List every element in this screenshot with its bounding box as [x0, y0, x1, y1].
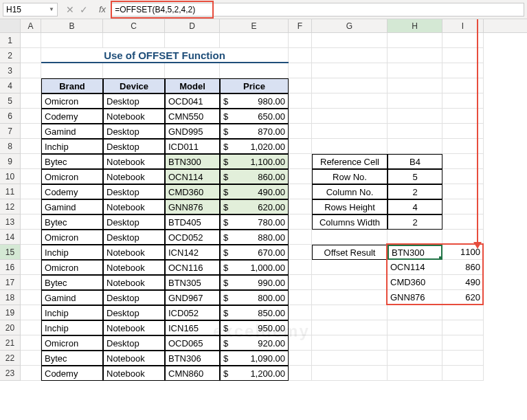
table-cell-price[interactable]: $650.00	[220, 109, 289, 124]
offset-result-model[interactable]: GNN876	[388, 290, 442, 305]
fx-icon[interactable]: fx	[96, 4, 109, 14]
cancel-icon[interactable]: ✕	[66, 4, 74, 15]
cells-area[interactable]: Use of OFFSET FunctionBrandDeviceModelPr…	[21, 33, 484, 381]
table-cell-price[interactable]: $990.00	[220, 275, 289, 290]
table-cell-device[interactable]: Desktop	[103, 124, 165, 139]
row-header-7[interactable]: 7	[0, 124, 20, 139]
row-header-20[interactable]: 20	[0, 320, 20, 335]
table-cell-brand[interactable]: Bytec	[41, 275, 103, 290]
table-cell-price[interactable]: $870.00	[220, 124, 289, 139]
row-header-8[interactable]: 8	[0, 139, 20, 154]
row-header-13[interactable]: 13	[0, 214, 20, 230]
row-header-19[interactable]: 19	[0, 305, 20, 320]
table-cell-brand[interactable]: Gamind	[41, 124, 103, 139]
table-cell-price[interactable]: $620.00	[220, 199, 289, 214]
row-header-11[interactable]: 11	[0, 184, 20, 199]
table-cell-model[interactable]: OCD065	[165, 335, 220, 351]
table-cell-brand[interactable]: Omicron	[41, 230, 103, 245]
col-header-I[interactable]: I	[442, 19, 484, 32]
table-cell-brand[interactable]: Gamind	[41, 290, 103, 305]
offset-result-model[interactable]: CMD360	[388, 275, 442, 290]
ref-label[interactable]: Rows Height	[312, 199, 388, 214]
table-cell-price[interactable]: $670.00	[220, 245, 289, 260]
table-cell-device[interactable]: Notebook	[103, 199, 165, 214]
row-header-18[interactable]: 18	[0, 290, 20, 305]
ref-value[interactable]: 4	[388, 199, 442, 214]
formula-bar[interactable]: =OFFSET(B4,5,2,4,2)	[111, 3, 524, 16]
row-header-9[interactable]: 9	[0, 154, 20, 169]
table-cell-model[interactable]: GNN876	[165, 199, 220, 214]
table-cell-price[interactable]: $950.00	[220, 320, 289, 335]
table-cell-model[interactable]: GND995	[165, 124, 220, 139]
table-cell-device[interactable]: Notebook	[103, 169, 165, 184]
table-cell-model[interactable]: BTN306	[165, 351, 220, 366]
table-cell-model[interactable]: BTD405	[165, 214, 220, 230]
table-cell-brand[interactable]: Inchip	[41, 305, 103, 320]
ref-value[interactable]: 5	[388, 169, 442, 184]
table-cell-brand[interactable]: Inchip	[41, 139, 103, 154]
table-cell-device[interactable]: Desktop	[103, 305, 165, 320]
table-cell-brand[interactable]: Codemy	[41, 184, 103, 199]
ref-label[interactable]: Column No.	[312, 184, 388, 199]
table-cell-price[interactable]: $1,090.00	[220, 351, 289, 366]
table-cell-model[interactable]: ICD052	[165, 305, 220, 320]
ref-label[interactable]: Reference Cell	[312, 154, 388, 169]
table-cell-brand[interactable]: Codemy	[41, 366, 103, 381]
row-header-6[interactable]: 6	[0, 109, 20, 124]
table-cell-device[interactable]: Notebook	[103, 154, 165, 169]
col-header-E[interactable]: E	[220, 19, 289, 32]
col-header-C[interactable]: C	[103, 19, 165, 32]
row-header-14[interactable]: 14	[0, 230, 20, 245]
table-cell-device[interactable]: Desktop	[103, 139, 165, 154]
table-cell-model[interactable]: GND967	[165, 290, 220, 305]
table-cell-price[interactable]: $490.00	[220, 184, 289, 199]
ref-value[interactable]: 2	[388, 214, 442, 230]
table-cell-brand[interactable]: Omicron	[41, 169, 103, 184]
offset-result-model[interactable]: OCN114	[388, 260, 442, 275]
table-cell-price[interactable]: $850.00	[220, 305, 289, 320]
row-header-10[interactable]: 10	[0, 169, 20, 184]
table-cell-model[interactable]: ICN165	[165, 320, 220, 335]
row-header-22[interactable]: 22	[0, 351, 20, 366]
offset-result-price[interactable]: 490	[442, 275, 484, 290]
table-cell-model[interactable]: OCD052	[165, 230, 220, 245]
row-header-4[interactable]: 4	[0, 78, 20, 93]
table-cell-device[interactable]: Desktop	[103, 290, 165, 305]
col-header-F[interactable]: F	[289, 19, 312, 32]
table-cell-price[interactable]: $1,000.00	[220, 260, 289, 275]
offset-result-model[interactable]: BTN300	[388, 245, 442, 260]
table-cell-device[interactable]: Notebook	[103, 366, 165, 381]
table-cell-price[interactable]: $920.00	[220, 335, 289, 351]
table-cell-brand[interactable]: Bytec	[41, 154, 103, 169]
table-cell-price[interactable]: $800.00	[220, 290, 289, 305]
table-cell-device[interactable]: Notebook	[103, 351, 165, 366]
table-cell-brand[interactable]: Omicron	[41, 93, 103, 109]
offset-result-price[interactable]: 860	[442, 260, 484, 275]
table-cell-model[interactable]: OCD041	[165, 93, 220, 109]
table-cell-model[interactable]: BTN305	[165, 275, 220, 290]
table-cell-model[interactable]: OCN116	[165, 260, 220, 275]
table-cell-device[interactable]: Desktop	[103, 335, 165, 351]
table-cell-device[interactable]: Notebook	[103, 320, 165, 335]
offset-result-label[interactable]: Offset Result	[312, 245, 388, 260]
table-cell-device[interactable]: Desktop	[103, 184, 165, 199]
table-cell-price[interactable]: $1,100.00	[220, 154, 289, 169]
ref-value[interactable]: 2	[388, 184, 442, 199]
table-cell-price[interactable]: $980.00	[220, 93, 289, 109]
row-header-17[interactable]: 17	[0, 275, 20, 290]
table-cell-device[interactable]: Notebook	[103, 275, 165, 290]
table-cell-model[interactable]: CMN550	[165, 109, 220, 124]
table-cell-device[interactable]: Desktop	[103, 214, 165, 230]
table-cell-model[interactable]: ICD011	[165, 139, 220, 154]
row-header-5[interactable]: 5	[0, 93, 20, 109]
table-cell-brand[interactable]: Gamind	[41, 199, 103, 214]
table-cell-model[interactable]: OCN114	[165, 169, 220, 184]
row-header-23[interactable]: 23	[0, 366, 20, 381]
row-header-21[interactable]: 21	[0, 335, 20, 351]
table-cell-device[interactable]: Notebook	[103, 245, 165, 260]
table-cell-device[interactable]: Notebook	[103, 109, 165, 124]
table-cell-device[interactable]: Desktop	[103, 230, 165, 245]
table-cell-device[interactable]: Desktop	[103, 93, 165, 109]
row-header-15[interactable]: 15	[0, 245, 20, 260]
dropdown-icon[interactable]: ▼	[49, 6, 54, 12]
